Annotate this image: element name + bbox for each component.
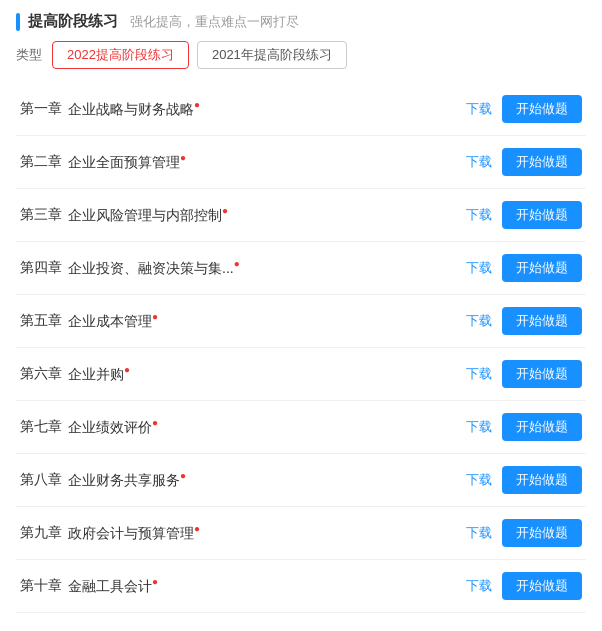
download-link[interactable]: 下载 xyxy=(466,577,492,595)
chapter-num: 第五章 xyxy=(20,312,68,330)
chapter-name: 企业并购● xyxy=(68,364,130,384)
hot-dot: ● xyxy=(180,152,186,163)
table-row: 第十章 金融工具会计● 下载 开始做题 xyxy=(16,560,586,613)
chapter-name: 企业投资、融资决策与集...● xyxy=(68,258,240,278)
download-link[interactable]: 下载 xyxy=(466,153,492,171)
tab-2021[interactable]: 2021年提高阶段练习 xyxy=(197,41,347,69)
chapter-num: 第一章 xyxy=(20,100,68,118)
chapter-num: 第二章 xyxy=(20,153,68,171)
download-link[interactable]: 下载 xyxy=(466,471,492,489)
page-container: 提高阶段练习 强化提高，重点难点一网打尽 类型 2022提高阶段练习 2021年… xyxy=(0,0,602,625)
tab-2022[interactable]: 2022提高阶段练习 xyxy=(52,41,189,69)
chapter-name: 金融工具会计● xyxy=(68,576,158,596)
table-row: 第五章 企业成本管理● 下载 开始做题 xyxy=(16,295,586,348)
start-button[interactable]: 开始做题 xyxy=(502,201,582,229)
start-button[interactable]: 开始做题 xyxy=(502,307,582,335)
download-link[interactable]: 下载 xyxy=(466,312,492,330)
table-row: 第八章 企业财务共享服务● 下载 开始做题 xyxy=(16,454,586,507)
hot-dot: ● xyxy=(234,258,240,269)
hot-dot: ● xyxy=(180,470,186,481)
chapter-name: 企业绩效评价● xyxy=(68,417,158,437)
start-button[interactable]: 开始做题 xyxy=(502,413,582,441)
table-row: 第七章 企业绩效评价● 下载 开始做题 xyxy=(16,401,586,454)
section-header: 提高阶段练习 强化提高，重点难点一网打尽 xyxy=(16,12,586,31)
type-label: 类型 xyxy=(16,46,42,64)
chapter-num: 第九章 xyxy=(20,524,68,542)
chapter-num: 第八章 xyxy=(20,471,68,489)
chapter-name: 企业战略与财务战略● xyxy=(68,99,200,119)
download-link[interactable]: 下载 xyxy=(466,259,492,277)
hot-dot: ● xyxy=(152,311,158,322)
hot-dot: ● xyxy=(222,205,228,216)
chapter-num: 第四章 xyxy=(20,259,68,277)
hot-dot: ● xyxy=(194,523,200,534)
chapter-name: 企业风险管理与内部控制● xyxy=(68,205,228,225)
start-button[interactable]: 开始做题 xyxy=(502,95,582,123)
chapter-num: 第三章 xyxy=(20,206,68,224)
hot-dot: ● xyxy=(152,576,158,587)
hot-dot: ● xyxy=(152,417,158,428)
download-link[interactable]: 下载 xyxy=(466,418,492,436)
chapter-name: 企业财务共享服务● xyxy=(68,470,186,490)
start-button[interactable]: 开始做题 xyxy=(502,519,582,547)
start-button[interactable]: 开始做题 xyxy=(502,466,582,494)
table-row: 第二章 企业全面预算管理● 下载 开始做题 xyxy=(16,136,586,189)
download-link[interactable]: 下载 xyxy=(466,100,492,118)
table-row: 第九章 政府会计与预算管理● 下载 开始做题 xyxy=(16,507,586,560)
section-title: 提高阶段练习 xyxy=(28,12,118,31)
chapter-name: 政府会计与预算管理● xyxy=(68,523,200,543)
chapter-list: 第一章 企业战略与财务战略● 下载 开始做题 第二章 企业全面预算管理● 下载 … xyxy=(16,83,586,613)
hot-dot: ● xyxy=(194,99,200,110)
download-link[interactable]: 下载 xyxy=(466,206,492,224)
section-subtitle: 强化提高，重点难点一网打尽 xyxy=(130,13,299,31)
table-row: 第一章 企业战略与财务战略● 下载 开始做题 xyxy=(16,83,586,136)
title-bar-accent xyxy=(16,13,20,31)
chapter-num: 第六章 xyxy=(20,365,68,383)
hot-dot: ● xyxy=(124,364,130,375)
start-button[interactable]: 开始做题 xyxy=(502,254,582,282)
type-row: 类型 2022提高阶段练习 2021年提高阶段练习 xyxy=(16,41,586,69)
start-button[interactable]: 开始做题 xyxy=(502,148,582,176)
start-button[interactable]: 开始做题 xyxy=(502,572,582,600)
table-row: 第六章 企业并购● 下载 开始做题 xyxy=(16,348,586,401)
download-link[interactable]: 下载 xyxy=(466,365,492,383)
download-link[interactable]: 下载 xyxy=(466,524,492,542)
start-button[interactable]: 开始做题 xyxy=(502,360,582,388)
chapter-num: 第七章 xyxy=(20,418,68,436)
table-row: 第三章 企业风险管理与内部控制● 下载 开始做题 xyxy=(16,189,586,242)
chapter-name: 企业全面预算管理● xyxy=(68,152,186,172)
chapter-num: 第十章 xyxy=(20,577,68,595)
chapter-name: 企业成本管理● xyxy=(68,311,158,331)
table-row: 第四章 企业投资、融资决策与集...● 下载 开始做题 xyxy=(16,242,586,295)
